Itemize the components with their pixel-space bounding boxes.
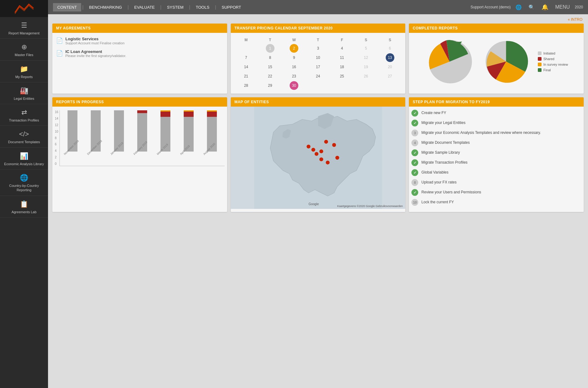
reports-in-progress-header: REPORTS IN PROGRESS xyxy=(52,97,227,107)
panel-reports-in-progress: REPORTS IN PROGRESS 0 2 4 6 8 10 12 14 1… xyxy=(52,97,227,212)
cal-h-s1: S xyxy=(354,37,378,43)
report-management-icon: ☰ xyxy=(21,21,27,29)
cal-day-22[interactable]: 22 xyxy=(266,72,274,81)
cal-day-15[interactable]: 15 xyxy=(266,63,274,71)
legend-dot-final xyxy=(538,68,542,72)
agreement-item-2[interactable]: 📄 IC Loan Agreement Please invite the fi… xyxy=(56,49,223,58)
step-circle-10: 10 xyxy=(411,199,418,206)
cal-day-empty1 xyxy=(242,44,250,53)
legend-label-initiated: Initiated xyxy=(543,51,555,55)
cal-day-29[interactable]: 29 xyxy=(266,81,274,90)
notification-icon[interactable]: 🔔 xyxy=(540,3,550,11)
year-label: 2020 xyxy=(575,5,583,9)
cal-day-16[interactable]: 16 xyxy=(290,63,298,71)
cal-day-11[interactable]: 11 xyxy=(338,53,346,62)
account-label: Support Account (demo) xyxy=(471,5,511,9)
cal-h-t2: T xyxy=(306,37,330,43)
sidebar-label-agreements-lab: Agreements Lab xyxy=(11,210,37,214)
cal-day-14[interactable]: 14 xyxy=(242,63,250,71)
cal-day-18[interactable]: 18 xyxy=(338,63,346,71)
cal-day-21[interactable]: 21 xyxy=(242,72,250,81)
svg-point-5 xyxy=(319,149,323,153)
cal-day-4[interactable]: 4 xyxy=(338,44,346,53)
cal-day-25[interactable]: 25 xyxy=(338,72,346,81)
cal-day-empty4 xyxy=(362,81,370,90)
cal-day-9[interactable]: 9 xyxy=(290,53,298,62)
sidebar-item-legal-entities[interactable]: 🏭 Legal Entities xyxy=(0,82,48,104)
step-text-3: Migrate your Economic Analysis Templates… xyxy=(421,130,581,135)
bar-feb-2019: February 2019 xyxy=(131,110,153,166)
sidebar-item-agreements-lab[interactable]: 📋 Agreements Lab xyxy=(0,196,48,218)
cal-day-6[interactable]: 6 xyxy=(386,44,394,53)
cal-day-23[interactable]: 23 xyxy=(290,72,298,81)
cal-h-s2: S xyxy=(378,37,402,43)
bar-nov-2018: November 2018 xyxy=(62,110,83,166)
cal-day-1[interactable]: 1 xyxy=(266,44,274,53)
sidebar-item-my-reports[interactable]: 📁 My Reports xyxy=(0,61,48,82)
cal-day-7[interactable]: 7 xyxy=(242,53,250,62)
legal-entities-icon: 🏭 xyxy=(20,87,28,95)
bar-aug-2020: August 2020 xyxy=(201,110,223,166)
nav-support[interactable]: SUPPORT xyxy=(217,3,246,11)
svg-point-3 xyxy=(311,148,315,152)
dashboard-grid: MY AGREEMENTS 📄 Logistic Services Suppor… xyxy=(52,24,584,212)
nav-system[interactable]: SYSTEM xyxy=(163,3,188,11)
sidebar-item-report-management[interactable]: ☰ Report Management xyxy=(0,17,48,39)
cal-h-m: M xyxy=(235,37,258,43)
agreement-detail-1: Logistic Services Support Account must F… xyxy=(65,37,125,45)
cal-day-19[interactable]: 19 xyxy=(362,63,370,71)
cal-day-26[interactable]: 26 xyxy=(362,72,370,81)
calendar-grid: M T W T F S S 1 2 3 4 5 6 xyxy=(235,37,402,90)
cal-day-20[interactable]: 20 xyxy=(386,63,394,71)
sidebar-item-master-files[interactable]: ⊕ Master Files xyxy=(0,39,48,60)
sidebar-item-country-reporting[interactable]: 🌐 Country-by-Country Reporting xyxy=(0,170,48,196)
step-text-1: Create new FY xyxy=(421,110,581,116)
calendar-body: M T W T F S S 1 2 3 4 5 6 xyxy=(231,33,406,94)
cal-day-8[interactable]: 8 xyxy=(266,53,274,62)
sidebar-item-transaction-profiles[interactable]: ⇄ Transaction Profiles xyxy=(0,104,48,126)
transaction-profiles-icon: ⇄ xyxy=(21,108,27,117)
bar-chart-area: November 2018 December 2018 xyxy=(59,110,225,166)
cal-day-12[interactable]: 12 xyxy=(362,53,370,62)
svg-point-4 xyxy=(314,152,318,156)
sidebar-item-economic-analysis[interactable]: 📊 Economic Analysis Library xyxy=(0,148,48,170)
agreement-sub-1: Support Account must Finalise creation xyxy=(65,41,125,45)
cal-day-24[interactable]: 24 xyxy=(314,72,322,81)
nav-content[interactable]: CONTENT xyxy=(53,3,81,11)
nav-benchmarking[interactable]: BENCHMARKING xyxy=(85,3,126,11)
cal-day-28[interactable]: 28 xyxy=(242,81,250,90)
nav-evaluate[interactable]: EVALUATE xyxy=(130,3,159,11)
intro-link[interactable]: « INTRO xyxy=(52,17,584,22)
agreement-item-1[interactable]: 📄 Logistic Services Support Account must… xyxy=(56,37,223,45)
globe-icon[interactable]: 🌐 xyxy=(514,4,524,11)
my-agreements-header: MY AGREEMENTS xyxy=(52,24,227,33)
pie-chart-svg xyxy=(425,37,474,86)
logo xyxy=(0,0,48,17)
cal-day-30[interactable]: 30 xyxy=(290,81,298,90)
cal-day-10[interactable]: 10 xyxy=(314,53,322,62)
step-3: 3 Migrate your Economic Analysis Templat… xyxy=(411,130,581,136)
step-circle-4: 4 xyxy=(411,139,418,146)
sidebar: ☰ Report Management ⊕ Master Files 📁 My … xyxy=(0,0,48,388)
cal-day-17[interactable]: 17 xyxy=(314,63,322,71)
step-circle-1: ✓ xyxy=(411,110,418,117)
cal-day-13[interactable]: 13 xyxy=(386,53,394,62)
svg-point-10 xyxy=(335,156,339,160)
legend-shared: Shared xyxy=(538,57,568,61)
cal-day-2[interactable]: 2 xyxy=(290,44,298,53)
step-4: 4 Migrate Document Templates xyxy=(411,139,581,146)
sidebar-item-document-templates[interactable]: </> Document Templates xyxy=(0,126,48,148)
svg-point-9 xyxy=(326,161,329,164)
search-icon[interactable]: 🔍 xyxy=(527,4,537,11)
step-text-2: Migrate your Legal Entities xyxy=(421,120,581,126)
bar-jan-2019: January 2019 xyxy=(108,110,129,166)
cal-day-3[interactable]: 3 xyxy=(314,44,322,53)
legend-dot-survey xyxy=(538,63,542,66)
cal-day-5[interactable]: 5 xyxy=(362,44,370,53)
step-text-5: Migrate Sample Library xyxy=(421,149,581,155)
menu-label[interactable]: MENU xyxy=(553,4,572,11)
completed-reports-header: COMPLETED REPORTS xyxy=(409,24,584,33)
nav-tools[interactable]: TOOLS xyxy=(191,3,214,11)
svg-text:Google: Google xyxy=(309,202,319,206)
cal-day-27[interactable]: 27 xyxy=(386,72,394,81)
